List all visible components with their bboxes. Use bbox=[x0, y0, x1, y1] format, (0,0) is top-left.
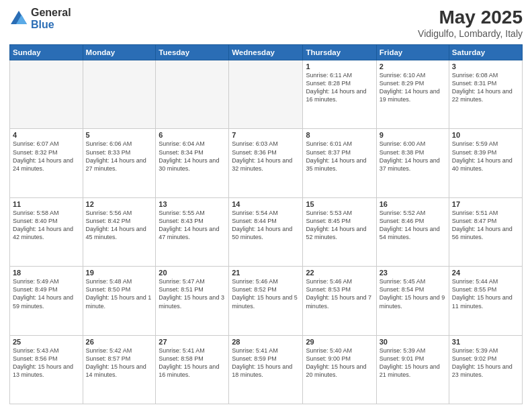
day-info: Sunrise: 5:59 AMSunset: 8:39 PMDaylight:… bbox=[452, 140, 519, 173]
day-cell: 16Sunrise: 5:52 AMSunset: 8:46 PMDayligh… bbox=[376, 197, 449, 266]
day-number: 22 bbox=[306, 269, 373, 277]
day-number: 19 bbox=[86, 269, 153, 277]
day-info: Sunrise: 5:45 AMSunset: 8:54 PMDaylight:… bbox=[380, 277, 446, 310]
day-info: Sunrise: 5:41 AMSunset: 8:58 PMDaylight:… bbox=[159, 347, 226, 379]
day-number: 11 bbox=[13, 200, 80, 208]
title-block: May 2025 Vidigulfo, Lombardy, Italy bbox=[418, 7, 523, 39]
week-row-4: 18Sunrise: 5:49 AMSunset: 8:49 PMDayligh… bbox=[10, 267, 523, 335]
day-info: Sunrise: 6:08 AMSunset: 8:31 PMDaylight:… bbox=[452, 71, 519, 104]
day-cell: 20Sunrise: 5:47 AMSunset: 8:51 PMDayligh… bbox=[156, 267, 229, 335]
day-info: Sunrise: 6:01 AMSunset: 8:37 PMDaylight:… bbox=[306, 140, 373, 173]
day-cell bbox=[229, 60, 303, 129]
day-cell: 3Sunrise: 6:08 AMSunset: 8:31 PMDaylight… bbox=[449, 60, 522, 129]
day-number: 4 bbox=[13, 131, 80, 139]
day-number: 15 bbox=[306, 200, 373, 208]
week-row-5: 25Sunrise: 5:43 AMSunset: 8:56 PMDayligh… bbox=[10, 335, 523, 404]
day-cell: 24Sunrise: 5:44 AMSunset: 8:55 PMDayligh… bbox=[449, 267, 522, 335]
day-info: Sunrise: 5:43 AMSunset: 8:56 PMDaylight:… bbox=[13, 347, 80, 379]
day-cell: 25Sunrise: 5:43 AMSunset: 8:56 PMDayligh… bbox=[10, 335, 83, 404]
day-number: 10 bbox=[452, 131, 519, 139]
day-cell: 19Sunrise: 5:48 AMSunset: 8:50 PMDayligh… bbox=[83, 267, 156, 335]
day-info: Sunrise: 6:03 AMSunset: 8:36 PMDaylight:… bbox=[232, 140, 300, 173]
header-cell-thursday: Thursday bbox=[303, 45, 376, 60]
day-info: Sunrise: 5:41 AMSunset: 8:59 PMDaylight:… bbox=[232, 347, 300, 379]
day-number: 30 bbox=[380, 338, 446, 346]
day-info: Sunrise: 5:51 AMSunset: 8:47 PMDaylight:… bbox=[452, 209, 519, 242]
day-cell: 4Sunrise: 6:07 AMSunset: 8:32 PMDaylight… bbox=[10, 129, 83, 197]
day-cell: 11Sunrise: 5:58 AMSunset: 8:40 PMDayligh… bbox=[10, 197, 83, 266]
header-cell-friday: Friday bbox=[376, 45, 449, 60]
header: General Blue May 2025 Vidigulfo, Lombard… bbox=[9, 7, 523, 39]
day-number: 20 bbox=[159, 269, 226, 277]
day-number: 14 bbox=[232, 200, 300, 208]
logo-blue-text: Blue bbox=[31, 19, 71, 31]
logo-text: General Blue bbox=[31, 7, 71, 30]
day-number: 2 bbox=[380, 62, 446, 71]
header-row: SundayMondayTuesdayWednesdayThursdayFrid… bbox=[10, 45, 523, 60]
day-info: Sunrise: 5:52 AMSunset: 8:46 PMDaylight:… bbox=[380, 209, 446, 242]
week-row-3: 11Sunrise: 5:58 AMSunset: 8:40 PMDayligh… bbox=[10, 197, 523, 266]
day-cell: 27Sunrise: 5:41 AMSunset: 8:58 PMDayligh… bbox=[156, 335, 229, 404]
day-cell: 15Sunrise: 5:53 AMSunset: 8:45 PMDayligh… bbox=[303, 197, 376, 266]
day-number: 12 bbox=[86, 200, 153, 208]
day-number: 16 bbox=[380, 200, 446, 208]
header-cell-sunday: Sunday bbox=[10, 45, 83, 60]
day-info: Sunrise: 5:39 AMSunset: 9:02 PMDaylight:… bbox=[452, 347, 519, 379]
day-info: Sunrise: 5:44 AMSunset: 8:55 PMDaylight:… bbox=[452, 277, 519, 310]
day-cell: 26Sunrise: 5:42 AMSunset: 8:57 PMDayligh… bbox=[83, 335, 156, 404]
day-info: Sunrise: 5:54 AMSunset: 8:44 PMDaylight:… bbox=[232, 209, 300, 242]
day-cell: 28Sunrise: 5:41 AMSunset: 8:59 PMDayligh… bbox=[229, 335, 303, 404]
header-cell-tuesday: Tuesday bbox=[156, 45, 229, 60]
day-info: Sunrise: 5:40 AMSunset: 9:00 PMDaylight:… bbox=[306, 347, 373, 379]
day-info: Sunrise: 5:39 AMSunset: 9:01 PMDaylight:… bbox=[380, 347, 446, 379]
day-number: 5 bbox=[86, 131, 153, 139]
day-number: 8 bbox=[306, 131, 373, 139]
day-cell bbox=[83, 60, 156, 129]
day-info: Sunrise: 6:10 AMSunset: 8:29 PMDaylight:… bbox=[380, 71, 446, 104]
day-number: 3 bbox=[452, 62, 519, 71]
day-cell: 13Sunrise: 5:55 AMSunset: 8:43 PMDayligh… bbox=[156, 197, 229, 266]
day-number: 26 bbox=[86, 338, 153, 346]
day-cell: 7Sunrise: 6:03 AMSunset: 8:36 PMDaylight… bbox=[229, 129, 303, 197]
day-cell bbox=[156, 60, 229, 129]
calendar-header: SundayMondayTuesdayWednesdayThursdayFrid… bbox=[10, 45, 523, 60]
day-cell: 8Sunrise: 6:01 AMSunset: 8:37 PMDaylight… bbox=[303, 129, 376, 197]
day-info: Sunrise: 5:48 AMSunset: 8:50 PMDaylight:… bbox=[86, 277, 153, 310]
day-number: 21 bbox=[232, 269, 300, 277]
week-row-1: 1Sunrise: 6:11 AMSunset: 8:28 PMDaylight… bbox=[10, 60, 523, 129]
day-info: Sunrise: 5:42 AMSunset: 8:57 PMDaylight:… bbox=[86, 347, 153, 379]
day-info: Sunrise: 6:07 AMSunset: 8:32 PMDaylight:… bbox=[13, 140, 80, 173]
title-month: May 2025 bbox=[418, 7, 523, 28]
title-location: Vidigulfo, Lombardy, Italy bbox=[418, 28, 523, 39]
day-info: Sunrise: 6:04 AMSunset: 8:34 PMDaylight:… bbox=[159, 140, 226, 173]
header-cell-wednesday: Wednesday bbox=[229, 45, 303, 60]
day-info: Sunrise: 5:46 AMSunset: 8:52 PMDaylight:… bbox=[232, 277, 300, 310]
day-cell: 23Sunrise: 5:45 AMSunset: 8:54 PMDayligh… bbox=[376, 267, 449, 335]
day-cell: 17Sunrise: 5:51 AMSunset: 8:47 PMDayligh… bbox=[449, 197, 522, 266]
day-info: Sunrise: 6:00 AMSunset: 8:38 PMDaylight:… bbox=[380, 140, 446, 173]
day-cell bbox=[10, 60, 83, 129]
day-cell: 6Sunrise: 6:04 AMSunset: 8:34 PMDaylight… bbox=[156, 129, 229, 197]
day-number: 7 bbox=[232, 131, 300, 139]
day-number: 25 bbox=[13, 338, 80, 346]
header-cell-monday: Monday bbox=[83, 45, 156, 60]
day-cell: 21Sunrise: 5:46 AMSunset: 8:52 PMDayligh… bbox=[229, 267, 303, 335]
week-row-2: 4Sunrise: 6:07 AMSunset: 8:32 PMDaylight… bbox=[10, 129, 523, 197]
day-cell: 2Sunrise: 6:10 AMSunset: 8:29 PMDaylight… bbox=[376, 60, 449, 129]
day-cell: 31Sunrise: 5:39 AMSunset: 9:02 PMDayligh… bbox=[449, 335, 522, 404]
day-info: Sunrise: 5:47 AMSunset: 8:51 PMDaylight:… bbox=[159, 277, 226, 310]
day-number: 6 bbox=[159, 131, 226, 139]
day-number: 27 bbox=[159, 338, 226, 346]
day-number: 23 bbox=[380, 269, 446, 277]
day-cell: 9Sunrise: 6:00 AMSunset: 8:38 PMDaylight… bbox=[376, 129, 449, 197]
day-cell: 1Sunrise: 6:11 AMSunset: 8:28 PMDaylight… bbox=[303, 60, 376, 129]
day-cell: 18Sunrise: 5:49 AMSunset: 8:49 PMDayligh… bbox=[10, 267, 83, 335]
day-cell: 10Sunrise: 5:59 AMSunset: 8:39 PMDayligh… bbox=[449, 129, 522, 197]
logo: General Blue bbox=[9, 7, 71, 30]
day-info: Sunrise: 5:46 AMSunset: 8:53 PMDaylight:… bbox=[306, 277, 373, 310]
day-info: Sunrise: 5:55 AMSunset: 8:43 PMDaylight:… bbox=[159, 209, 226, 242]
day-info: Sunrise: 5:56 AMSunset: 8:42 PMDaylight:… bbox=[86, 209, 153, 242]
logo-general-text: General bbox=[31, 7, 71, 19]
day-info: Sunrise: 5:49 AMSunset: 8:49 PMDaylight:… bbox=[13, 277, 80, 310]
day-number: 31 bbox=[452, 338, 519, 346]
